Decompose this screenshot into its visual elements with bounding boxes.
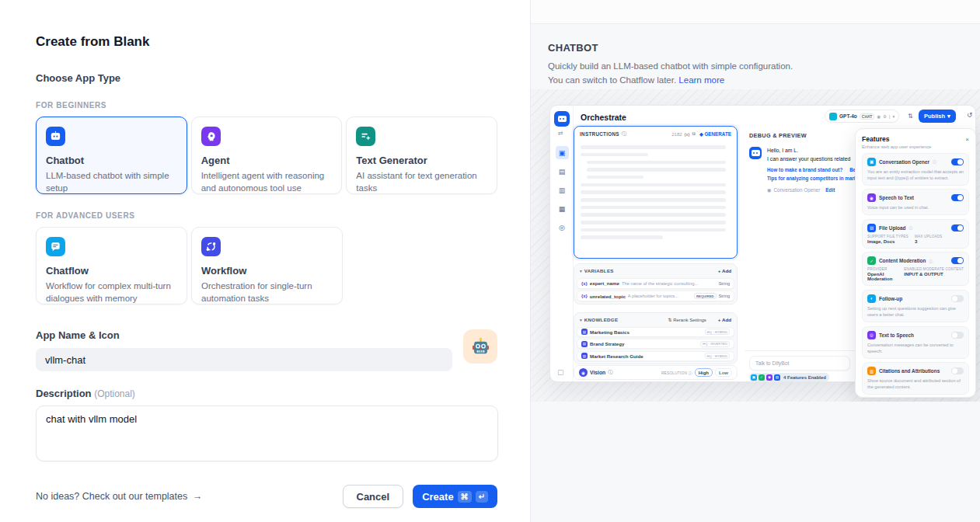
chevron-down-icon: ▾ [947,113,950,120]
app-type-name: Workflow [201,265,333,277]
app-type-card-chatflow[interactable]: Chatflow Workflow for complex multi-turn… [36,227,187,304]
cmd-key-icon: ⌘ [458,491,472,503]
app-name-input[interactable] [36,348,452,371]
variable-token-icon: {x} [581,294,588,298]
features-enabled-pill: ▣ ✓ ◉ ▤ 4 Features Enabled [749,373,829,381]
chevron-down-icon: ▾ [580,318,582,322]
knowledge-name: Market Research Guide [590,353,643,359]
follow-up-icon: ◐ [867,294,876,303]
choose-app-type-heading: Choose App Type [36,72,497,84]
col-label: MAX UPLOADS [915,235,942,238]
app-icon-picker[interactable] [463,329,497,364]
description-textarea[interactable]: chat with vllm model [36,405,498,461]
chevron-down-icon: ▾ [580,269,582,273]
app-type-card-workflow[interactable]: Workflow Orchestration for single-turn a… [191,227,343,304]
knowledge-row: ▤ Marketing Basics HQ · HYBRID [577,327,734,337]
app-name-row: App Name & Icon [36,329,497,371]
enter-key-icon: ↵ [476,491,488,503]
vision-label: Vision [590,370,605,375]
bot-avatar [749,147,762,159]
feature-toggle [951,224,964,231]
mock-title: Orchestrate [581,113,626,122]
variable-type: String [719,281,730,286]
feature-card-content-moderation: ✓ Content Moderation ⓘ PROVIDER OpenAI M… [862,252,969,286]
col-value: Image, Docs [867,239,909,244]
cancel-button[interactable]: Cancel [343,485,404,508]
workflow-icon [201,237,221,256]
upload-mini-icon: ▤ [774,374,780,381]
generate-button: ◆ GENERATE [699,131,731,137]
agent-icon [201,127,221,146]
edit-link: Edit [825,187,835,193]
app-type-description: Workflow for complex multi-turn dialogue… [46,280,177,304]
feature-card-speech-to-text: ◉ Speech to Text Voice input can be used… [862,189,969,215]
required-badge: REQUIRED [694,293,717,299]
feature-card-file-upload: ▤ File Upload ⓘ SUPPORT FILE TYPES Image… [862,219,969,249]
app-type-name: Chatflow [46,265,177,277]
feature-desc: Voice input can be used in chat. [867,204,964,211]
create-button[interactable]: Create ⌘ ↵ [413,485,497,508]
preview-description: Quickly build an LLM-based chatbot with … [548,60,806,88]
col-label: PROVIDER [867,267,898,271]
features-enabled-count: 4 Features Enabled [783,375,826,380]
model-selector: GPT-4o CHAT ◉ ⚙ | ▾ [825,110,899,123]
app-name-label: App Name & Icon [36,329,452,341]
col-value: 3 [915,239,942,244]
sliders-icon: ⇅ [908,113,913,120]
app-type-description: AI assistant for text generation tasks [356,169,487,194]
history-icon: ↺ [967,111,973,119]
text-to-speech-icon: ◎ [867,331,876,339]
close-icon: × [965,136,969,143]
publish-button: Publish ▾ [919,110,956,123]
feature-toggle [951,257,964,264]
feature-name: Citations and Attributions [879,368,940,374]
col-value: OpenAI Moderation [867,272,898,281]
vision-eye-icon: ◉ [579,368,588,377]
chat-input-placeholder: Talk to DifyBot [749,356,850,371]
nav-notes-icon: ▦ [556,202,569,215]
info-icon: ⓘ [933,159,936,164]
preview-heading: CHATBOT [548,42,961,54]
variables-icon: {x} [685,132,690,137]
knowledge-tag: HQ · HYBRID [705,329,731,335]
app-type-name: Text Generator [356,155,487,166]
app-type-preview-panel: CHATBOT Quickly build an LLM-based chatb… [531,0,980,522]
model-mode-badge: CHAT [860,113,875,120]
app-type-name: Agent [201,155,333,166]
feature-toggle [951,295,964,302]
knowledge-row: ▤ Market Research Guide HQ · HYBRID [577,351,734,361]
app-type-description: LLM-based chatbot with simple setup [46,169,177,194]
optional-hint: (Optional) [94,388,135,399]
conversation-opener-row: ◉ Conversation Opener Edit [767,187,856,193]
app-type-card-agent[interactable]: Agent Intelligent agent with reasoning a… [191,117,343,194]
feature-toggle [951,194,964,201]
beginner-app-type-cards: Chatbot LLM-based chatbot with simple se… [36,117,497,194]
variable-row: {x} expert_name The name of the strategi… [577,278,734,289]
knowledge-row: ▤ Brand Strategy HQ · INVERTED [577,339,734,349]
knowledge-name: Brand Strategy [590,341,624,346]
speech-mini-icon: ◉ [766,374,772,381]
variable-desc: The name of the strategic consulting... [622,281,717,286]
document-icon: ▤ [581,353,588,359]
greeting-line: Hello, I am L. [767,147,856,155]
citations-icon: ▥ [867,367,876,375]
variable-desc: A placeholder for topics... [628,294,692,298]
mock-app-icon [554,111,570,127]
vision-row: ◉ Vision ⓘ RESOLUTION ⓘ High Low [574,365,738,380]
templates-link[interactable]: No ideas? Check out our templates → [36,491,343,502]
feature-name: Text to Speech [879,332,914,338]
info-icon: ⓘ [929,259,933,263]
features-subtitle: Enhance web app user experience [862,144,969,149]
learn-more-link[interactable]: Learn more [678,75,724,85]
opener-icon: ◉ [767,187,772,193]
feature-desc: Setting up next questions suggestion can… [867,305,964,318]
chevron-down-icon: ▾ [892,114,895,119]
app-type-card-chatbot[interactable]: Chatbot LLM-based chatbot with simple se… [36,117,187,194]
app-type-card-text-generator[interactable]: Text Generator AI assistant for text gen… [346,117,497,194]
conversation-opener-icon: ▣ [867,158,876,166]
suggestion-links: How to make a brand stand out?Bes [767,167,856,172]
create-from-blank-panel: Create from Blank Choose App Type FOR BE… [0,0,531,522]
feature-card-conversation-opener: ▣ Conversation Opener ⓘ You are an entit… [862,153,969,186]
features-title: Features [862,135,889,143]
divider-icon: | [889,114,890,119]
